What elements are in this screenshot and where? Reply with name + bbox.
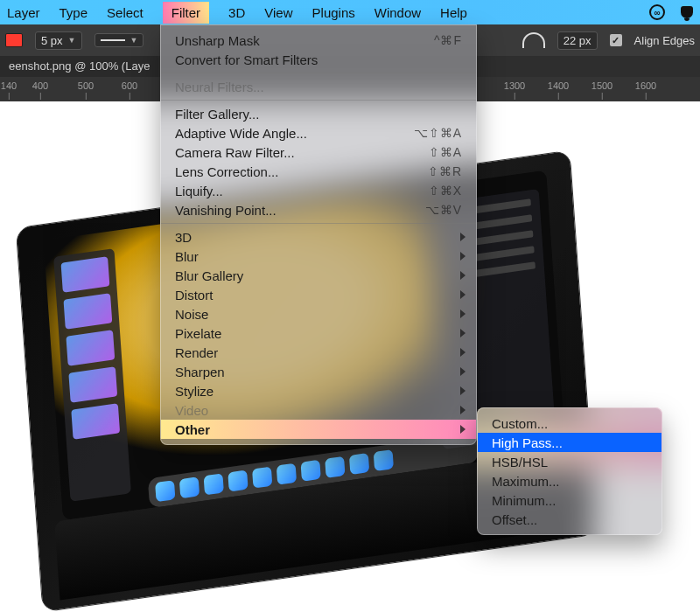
- fill-swatch[interactable]: [5, 33, 23, 47]
- stroke-style-field[interactable]: ▼: [94, 33, 144, 47]
- menu-item-noise[interactable]: Noise: [161, 304, 476, 323]
- chevron-down-icon: ▼: [68, 36, 76, 45]
- menu-item-label: Blur Gallery: [175, 268, 462, 283]
- menu-item-label: Filter Gallery...: [175, 107, 462, 122]
- submenu-item-label: Minimum...: [492, 493, 648, 508]
- menu-plugins[interactable]: Plugins: [312, 5, 355, 20]
- menu-separator: [161, 73, 476, 73]
- notifications-icon[interactable]: [681, 6, 693, 18]
- menu-item-label: Neural Filters...: [175, 80, 462, 94]
- other-submenu: Custom...High Pass...HSB/HSLMaximum...Mi…: [477, 407, 662, 535]
- menu-item-label: Render: [175, 345, 462, 360]
- menu-layer[interactable]: Layer: [7, 5, 40, 20]
- stroke-width-field[interactable]: 5 px ▼: [35, 31, 82, 50]
- menu-item-convert-for-smart-filters[interactable]: Convert for Smart Filters: [161, 50, 476, 69]
- menu-item-label: Blur: [175, 249, 462, 264]
- menu-item-blur-gallery[interactable]: Blur Gallery: [161, 266, 476, 285]
- chevron-down-icon: ▼: [130, 36, 138, 45]
- stroke-width-value: 5 px: [41, 34, 63, 47]
- menu-help[interactable]: Help: [440, 5, 467, 20]
- menu-item-label: Camera Raw Filter...: [175, 145, 429, 160]
- menu-item-blur[interactable]: Blur: [161, 247, 476, 266]
- menu-item-neural-filters: Neural Filters...: [161, 77, 476, 96]
- menu-item-lens-correction[interactable]: Lens Correction...⇧⌘R: [161, 162, 476, 181]
- creative-cloud-icon[interactable]: ∞: [649, 4, 665, 20]
- arc-icon: [522, 32, 545, 48]
- menu-item-label: Pixelate: [175, 326, 462, 341]
- menu-item-liquify[interactable]: Liquify...⇧⌘X: [161, 181, 476, 200]
- menu-item-label: Unsharp Mask: [175, 33, 434, 48]
- ruler-tick: 400: [32, 80, 48, 91]
- app-menubar: Layer Type Select Filter 3D View Plugins…: [0, 0, 700, 24]
- menu-item-other[interactable]: Other: [161, 420, 476, 439]
- menu-shortcut: ⇧⌘X: [429, 184, 462, 198]
- menu-item-camera-raw-filter[interactable]: Camera Raw Filter...⇧⌘A: [161, 143, 476, 162]
- submenu-item-label: HSB/HSL: [492, 455, 648, 469]
- menu-separator: [161, 223, 476, 224]
- submenu-item-label: High Pass...: [492, 435, 648, 450]
- menu-item-label: Liquify...: [175, 184, 429, 198]
- menu-type[interactable]: Type: [60, 5, 88, 20]
- ruler-tick: 1500: [592, 80, 612, 91]
- radius-value: 22 px: [564, 34, 592, 47]
- menu-item-stylize[interactable]: Stylize: [161, 381, 476, 400]
- submenu-item-label: Maximum...: [492, 474, 648, 489]
- menu-item-pixelate[interactable]: Pixelate: [161, 323, 476, 343]
- menu-item-label: Noise: [175, 307, 462, 322]
- ruler-tick: 140: [1, 80, 17, 91]
- menu-3d[interactable]: 3D: [228, 5, 245, 20]
- submenu-item-custom[interactable]: Custom...: [478, 414, 662, 433]
- align-edges-label: Align Edges: [634, 34, 695, 47]
- menu-view[interactable]: View: [264, 5, 292, 20]
- align-edges-checkbox[interactable]: ✓: [610, 34, 622, 46]
- menu-item-vanishing-point[interactable]: Vanishing Point...⌥⌘V: [161, 200, 476, 219]
- menu-shortcut: ⌥⌘V: [425, 203, 462, 217]
- menu-item-label: Adaptive Wide Angle...: [175, 126, 414, 141]
- ruler-tick: 500: [78, 80, 94, 91]
- menu-shortcut: ⌥⇧⌘A: [414, 126, 462, 140]
- menu-item-label: Other: [175, 422, 462, 437]
- menu-item-label: Vanishing Point...: [175, 203, 425, 218]
- menu-item-distort[interactable]: Distort: [161, 285, 476, 304]
- menu-item-label: Distort: [175, 288, 462, 303]
- menu-item-sharpen[interactable]: Sharpen: [161, 362, 476, 381]
- submenu-item-label: Custom...: [492, 416, 648, 431]
- ruler-tick: 1400: [548, 80, 569, 91]
- menu-item-video: Video: [161, 400, 476, 420]
- menu-item-render[interactable]: Render: [161, 343, 476, 362]
- filter-dropdown: Unsharp Mask^⌘FConvert for Smart Filters…: [160, 24, 477, 445]
- submenu-item-maximum[interactable]: Maximum...: [478, 471, 662, 490]
- menu-item-unsharp-mask[interactable]: Unsharp Mask^⌘F: [161, 31, 476, 50]
- line-sample-icon: [101, 39, 125, 41]
- menu-item-label: Lens Correction...: [175, 164, 428, 179]
- menu-item-adaptive-wide-angle[interactable]: Adaptive Wide Angle...⌥⇧⌘A: [161, 123, 476, 143]
- menu-item-label: Stylize: [175, 384, 462, 399]
- menu-item-label: Video: [175, 403, 462, 418]
- menu-filter[interactable]: Filter: [163, 2, 209, 24]
- menu-item-3d[interactable]: 3D: [161, 227, 476, 247]
- menu-window[interactable]: Window: [374, 5, 421, 20]
- menu-select[interactable]: Select: [107, 5, 144, 20]
- ruler-tick: 1300: [504, 80, 525, 91]
- app-sidebar: [53, 248, 131, 502]
- submenu-item-high-pass[interactable]: High Pass...: [478, 433, 662, 452]
- menu-item-filter-gallery[interactable]: Filter Gallery...: [161, 104, 476, 123]
- menu-item-label: Convert for Smart Filters: [175, 52, 462, 67]
- document-tab[interactable]: eenshot.png @ 100% (Laye: [0, 56, 158, 77]
- menu-separator: [161, 100, 476, 101]
- menu-shortcut: ^⌘F: [434, 33, 462, 47]
- menu-shortcut: ⇧⌘R: [428, 164, 462, 178]
- ruler-tick: 1600: [635, 80, 656, 91]
- menu-item-label: 3D: [175, 230, 462, 245]
- submenu-item-minimum[interactable]: Minimum...: [478, 490, 662, 510]
- menu-shortcut: ⇧⌘A: [429, 145, 462, 159]
- submenu-item-offset[interactable]: Offset...: [478, 510, 662, 529]
- radius-field[interactable]: 22 px: [557, 31, 598, 50]
- submenu-item-label: Offset...: [492, 512, 648, 527]
- ruler-tick: 600: [122, 80, 137, 91]
- menu-item-label: Sharpen: [175, 365, 462, 379]
- submenu-item-hsb-hsl[interactable]: HSB/HSL: [478, 452, 662, 471]
